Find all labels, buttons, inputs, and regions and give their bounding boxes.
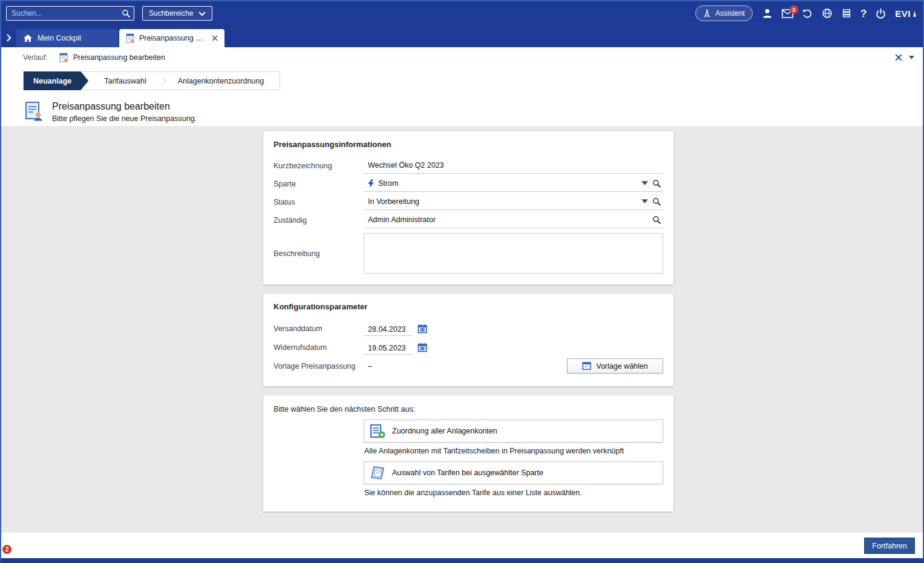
- calendar-icon[interactable]: [418, 324, 427, 334]
- document-icon: [59, 53, 68, 62]
- next-step-card: Bitte wählen Sie den nächsten Schritt au…: [263, 395, 673, 512]
- versanddatum-field[interactable]: 28.04.2023: [364, 321, 412, 336]
- zustaendig-field[interactable]: Admin Administrator: [364, 212, 663, 228]
- mail-icon[interactable]: 2: [782, 9, 793, 18]
- widerrufsdatum-field[interactable]: 19.05.2023: [364, 340, 412, 355]
- footer-bar: [1, 533, 923, 558]
- auswahl-tarife-button[interactable]: Auswahl von Tarifen bei ausgewählter Spa…: [364, 461, 663, 484]
- tab-label: Preisanpassung bear...: [139, 34, 207, 42]
- zustaendig-value: Admin Administrator: [368, 216, 436, 224]
- content-area: Preisanpassungsinformationen Kurzbezeich…: [1, 126, 923, 533]
- field-row-widerrufsdatum: Widerrufsdatum 19.05.2023: [274, 338, 663, 357]
- page-header: Preisanpassung bearbeiten Bitte pflegen …: [23, 101, 923, 123]
- info-card: Preisanpassungsinformationen Kurzbezeich…: [263, 131, 673, 285]
- user-icon[interactable]: [762, 8, 773, 19]
- notification-badge[interactable]: 2: [2, 545, 11, 554]
- kurzbezeichnung-input[interactable]: [368, 161, 661, 170]
- field-row-sparte: Sparte Strom: [274, 175, 663, 193]
- sparte-field[interactable]: Strom: [364, 176, 663, 192]
- assistant-button[interactable]: Assistent: [695, 5, 753, 21]
- field-row-zustaendig: Zuständig Admin Administrator: [274, 211, 663, 229]
- versanddatum-value: 28.04.2023: [368, 325, 406, 334]
- search-scope-dropdown[interactable]: Suchbereiche: [142, 6, 212, 21]
- page-title: Preisanpassung bearbeiten: [52, 101, 197, 112]
- brand-text: EVI: [895, 8, 911, 19]
- close-tab-icon[interactable]: [212, 35, 218, 41]
- option-description: Sie können die anzupassenden Tarife aus …: [364, 489, 663, 497]
- search-input[interactable]: [7, 9, 122, 18]
- status-label: Status: [274, 198, 364, 206]
- assistant-label: Assistent: [715, 9, 745, 18]
- kurzbezeichnung-field[interactable]: [364, 158, 663, 174]
- search-icon[interactable]: [122, 9, 130, 18]
- home-icon: [23, 34, 33, 42]
- zustaendig-label: Zuständig: [274, 216, 364, 225]
- widerrufsdatum-value: 19.05.2023: [368, 344, 406, 352]
- sparte-dropdown-icon[interactable]: [641, 181, 648, 185]
- page-subtitle: Bitte pflegen Sie die neue Preisanpassun…: [52, 114, 197, 123]
- app-window: Suchbereiche Assistent 2: [0, 0, 924, 563]
- status-field[interactable]: In Vorbereitung: [364, 194, 663, 210]
- vorlage-value: –: [364, 362, 372, 370]
- next-step-prompt: Bitte wählen Sie den nächsten Schritt au…: [274, 405, 663, 413]
- preisanpassung-icon: [23, 101, 44, 123]
- database-icon[interactable]: [842, 8, 851, 18]
- kurzbezeichnung-label: Kurzbezeichnung: [274, 162, 364, 170]
- tab-preisanpassung[interactable]: Preisanpassung bear...: [119, 29, 224, 47]
- config-card: Konfigurationsparameter Versanddatum 28.…: [263, 294, 673, 386]
- document-icon: [126, 33, 134, 43]
- topbar: Suchbereiche Assistent 2: [1, 1, 923, 25]
- compass-icon: [703, 9, 711, 18]
- history-label: Verlauf:: [23, 53, 48, 62]
- mail-badge: 2: [790, 5, 798, 14]
- config-card-title: Konfigurationsparameter: [274, 302, 663, 311]
- vorlage-button-label: Vorlage wählen: [596, 362, 647, 370]
- undo-icon[interactable]: [802, 8, 813, 19]
- history-current-item[interactable]: Preisanpassung bearbeiten: [73, 53, 165, 62]
- history-controls: [895, 54, 914, 61]
- expand-tabs-icon[interactable]: [6, 34, 11, 42]
- lightning-icon: [368, 179, 374, 188]
- beschreibung-textarea[interactable]: [364, 233, 663, 274]
- history-dropdown-icon[interactable]: [909, 56, 914, 59]
- power-icon[interactable]: [876, 8, 886, 19]
- lighthouse-icon: [913, 10, 917, 17]
- topbar-actions: Assistent 2 ? EVI: [695, 5, 917, 21]
- status-lookup-icon[interactable]: [652, 197, 661, 206]
- option-description: Alle Anlagenkonten mit Tarifzeitscheiben…: [364, 447, 663, 455]
- help-icon[interactable]: ?: [860, 8, 867, 19]
- status-value: In Vorbereitung: [368, 197, 419, 206]
- search-scope-label: Suchbereiche: [149, 9, 193, 18]
- close-history-icon[interactable]: [895, 54, 902, 61]
- vorlage-waehlen-button[interactable]: Vorlage wählen: [567, 358, 663, 374]
- chevron-down-icon: [198, 12, 206, 16]
- page-header-text: Preisanpassung bearbeiten Bitte pflegen …: [52, 101, 197, 123]
- select-tariffs-icon: [370, 465, 385, 481]
- field-row-vorlage: Vorlage Preisanpassung – Vorlage wählen: [274, 357, 663, 375]
- field-row-beschreibung: Beschreibung: [274, 233, 663, 274]
- widerrufsdatum-label: Widerrufsdatum: [274, 343, 364, 352]
- next-step-options: Zuordnung aller Anlagenkonten Alle Anlag…: [364, 420, 663, 497]
- fortfahren-button[interactable]: Fortfahren: [864, 538, 915, 554]
- history-row: Verlauf: Preisanpassung bearbeiten: [1, 47, 923, 67]
- brand-logo: EVI: [895, 8, 917, 19]
- calendar-icon[interactable]: [418, 343, 427, 352]
- wizard-row: Neuanlage Tarifauswahl Anlagenkontenzuor…: [1, 71, 923, 90]
- zustaendig-lookup-icon[interactable]: [652, 216, 661, 224]
- versanddatum-label: Versanddatum: [274, 324, 364, 333]
- beschreibung-label: Beschreibung: [274, 249, 364, 258]
- sparte-lookup-icon[interactable]: [652, 179, 661, 188]
- wizard-step-anlagenkontenzuordnung[interactable]: Anlagenkontenzuordnung: [162, 72, 280, 90]
- globe-icon[interactable]: [822, 8, 833, 19]
- status-dropdown-icon[interactable]: [641, 199, 648, 203]
- tab-label: Mein Cockpit: [38, 34, 81, 42]
- global-search-box[interactable]: [6, 6, 134, 21]
- wizard-step-neuanlage[interactable]: Neuanlage: [24, 71, 88, 90]
- tabbar: Mein Cockpit Preisanpassung bear...: [1, 25, 923, 47]
- wizard-step-tarifauswahl[interactable]: Tarifauswahl: [88, 72, 162, 90]
- field-row-versanddatum: Versanddatum 28.04.2023: [274, 319, 663, 338]
- field-row-kurzbezeichnung: Kurzbezeichnung: [274, 157, 663, 175]
- zuordnung-anlagenkonten-button[interactable]: Zuordnung aller Anlagenkonten: [364, 420, 663, 443]
- tab-mein-cockpit[interactable]: Mein Cockpit: [16, 29, 118, 47]
- info-card-title: Preisanpassungsinformationen: [274, 140, 663, 149]
